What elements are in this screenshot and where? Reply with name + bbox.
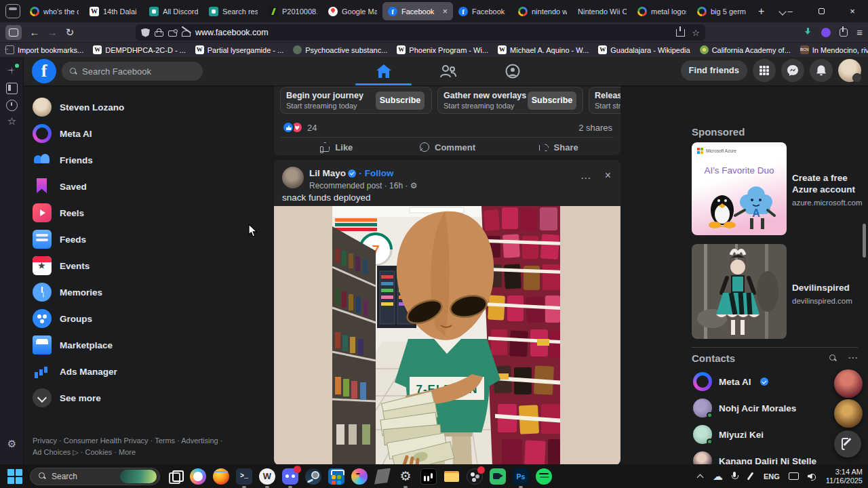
equalizer-app-button[interactable] xyxy=(420,468,437,485)
downloads-icon[interactable] xyxy=(804,28,812,37)
browser-tab[interactable]: P2010008.orf xyxy=(263,2,323,20)
volume-icon[interactable] xyxy=(808,472,817,481)
contact-row[interactable]: Kanang Daliri Ni Stelle xyxy=(693,448,852,464)
microsoft-store-button[interactable] xyxy=(328,468,344,485)
window-maximize-button[interactable] xyxy=(806,6,837,16)
tab-friends[interactable] xyxy=(416,57,480,85)
copilot-button[interactable] xyxy=(190,468,206,485)
profile-avatar[interactable] xyxy=(838,59,861,82)
steam-app-button[interactable] xyxy=(305,468,321,485)
sidebar-item-saved[interactable]: Saved xyxy=(27,174,248,199)
sponsored-ad-devilinspired-image[interactable] xyxy=(692,244,787,339)
bookmark-star-icon[interactable]: ☆ xyxy=(692,28,700,38)
tab-close-icon[interactable]: × xyxy=(442,6,448,16)
weather-cloud-icon[interactable]: ☁ xyxy=(713,470,723,483)
browser-tab[interactable]: All Discord se xyxy=(144,2,203,20)
browser-tab[interactable]: fFacebook xyxy=(453,2,513,20)
history-icon[interactable] xyxy=(6,100,18,111)
bookmark-item[interactable]: Import bookmarks... xyxy=(5,45,83,54)
photoshop-app-button[interactable]: Ps xyxy=(513,468,529,485)
notifications-blocked-icon[interactable] xyxy=(182,30,191,37)
browser-tab[interactable]: Nintendo Wii Con xyxy=(572,2,632,20)
contact-row[interactable]: Miyuzi Kei xyxy=(693,422,852,447)
facebook-footer-links[interactable]: Privacy · Consumer Health Privacy · Term… xyxy=(33,435,263,458)
sidebar-item-meta-ai[interactable]: Meta AI xyxy=(27,121,248,146)
sidebar-item-groups[interactable]: Groups xyxy=(27,306,248,331)
sidebar-item-feeds[interactable]: Feeds xyxy=(27,226,248,252)
subscription-card[interactable]: Begin your journey Start streaming today… xyxy=(280,87,432,114)
sidebar-item-reels[interactable]: Reels xyxy=(27,200,248,226)
sidebar-item-events[interactable]: Events xyxy=(27,253,248,279)
browser-tab-active-facebook[interactable]: fFacebook× xyxy=(382,2,453,20)
like-button[interactable]: Like xyxy=(281,140,392,155)
menu-grid-button[interactable] xyxy=(753,59,776,82)
facebook-search-input[interactable]: Search Facebook xyxy=(62,62,203,81)
ai-chat-icon[interactable] xyxy=(6,65,18,77)
find-friends-button[interactable]: Find friends xyxy=(681,60,747,81)
photos-app-button[interactable] xyxy=(351,468,368,485)
language-indicator[interactable]: ENG xyxy=(764,472,780,481)
gray-app-button[interactable] xyxy=(374,468,391,485)
subscribe-button[interactable]: Subscribe xyxy=(376,92,425,110)
sponsored-ad-devilinspired[interactable]: Devilinspired devilinspired.com xyxy=(792,282,863,307)
like-reaction-icon[interactable] xyxy=(282,121,294,134)
contact-row[interactable]: Nohj Acir Morales xyxy=(693,395,852,421)
post-author-avatar[interactable] xyxy=(282,167,304,188)
lock-icon[interactable] xyxy=(155,31,163,37)
forward-button[interactable]: → xyxy=(43,26,61,38)
share-count[interactable]: 2 shares xyxy=(578,123,612,133)
bookmark-item[interactable]: WMichael A. Aquino - W... xyxy=(498,45,589,54)
taskbar-search-input[interactable]: Search xyxy=(30,468,160,485)
bookmark-item[interactable]: California Academy of... xyxy=(700,45,791,54)
comment-button[interactable]: Comment xyxy=(392,140,503,155)
start-button[interactable] xyxy=(7,468,23,485)
browser-tab[interactable]: W14th Dalai La xyxy=(84,2,144,20)
ad-title[interactable]: Create a free Azure account xyxy=(792,172,863,195)
container-tab-icon[interactable] xyxy=(168,30,177,37)
browser-tab[interactable]: Search results xyxy=(203,2,263,20)
browser-tab[interactable]: nintendo wii xyxy=(513,2,572,20)
obs-app-button[interactable] xyxy=(467,468,483,485)
sidebar-toggle-button[interactable] xyxy=(5,25,22,40)
follow-link[interactable]: · Follow xyxy=(359,168,393,178)
footer-line[interactable]: Ad Choices ▷ · Cookies · More xyxy=(33,447,263,458)
reload-button[interactable]: ↻ xyxy=(61,26,79,39)
save-page-icon[interactable] xyxy=(676,29,685,37)
spotify-app-button[interactable] xyxy=(536,468,552,485)
url-text[interactable]: www.facebook.com xyxy=(195,28,671,37)
post-hide-icon[interactable]: × xyxy=(605,169,611,182)
share-icon[interactable] xyxy=(840,28,848,37)
sidebar-item-memories[interactable]: Memories xyxy=(27,279,248,305)
subscription-card[interactable]: Release y Start strea xyxy=(589,87,620,114)
bookmarks-icon[interactable]: ☆ xyxy=(6,115,18,127)
sidebar-item-friends[interactable]: Friends xyxy=(27,147,248,173)
firefox-app-button[interactable] xyxy=(213,468,229,485)
synced-tabs-icon[interactable] xyxy=(6,83,18,94)
sidebar-item-see-more[interactable]: See more xyxy=(27,385,248,411)
browser-tab[interactable]: metal logos xyxy=(632,2,692,20)
browser-tab[interactable]: who's the dal xyxy=(24,2,84,20)
contacts-menu-icon[interactable]: ⋯ xyxy=(848,354,858,362)
settings-app-button[interactable]: ⚙ xyxy=(397,468,414,485)
bookmark-item[interactable]: Psychoactive substanc... xyxy=(293,45,387,54)
post-author-name[interactable]: Lil Mayo xyxy=(309,168,346,178)
terminal-app-button[interactable]: >_ xyxy=(236,468,252,485)
discord-app-button[interactable] xyxy=(282,468,298,485)
new-tab-button[interactable]: + xyxy=(758,5,764,18)
file-explorer-button[interactable] xyxy=(443,468,460,485)
account-icon[interactable] xyxy=(821,28,831,37)
bookmark-item[interactable]: WDEMPDHPCA-2C-D - ... xyxy=(93,45,186,54)
page-scrollbar[interactable] xyxy=(863,224,866,258)
post-photo-alien-store[interactable]: 7 xyxy=(274,206,620,464)
notifications-button[interactable] xyxy=(810,59,833,82)
window-close-button[interactable]: × xyxy=(837,6,868,16)
window-minimize-button[interactable]: – xyxy=(774,6,806,16)
pen-tray-icon[interactable] xyxy=(746,472,755,481)
ad-title[interactable]: Devilinspired xyxy=(792,282,863,293)
subscription-card[interactable]: Gather new overlays Start streaming toda… xyxy=(437,87,583,114)
w-app-button[interactable]: W xyxy=(259,468,275,485)
subscribe-button[interactable]: Subscribe xyxy=(528,92,576,110)
share-button[interactable]: Share xyxy=(502,140,614,155)
firefox-view-icon[interactable] xyxy=(5,4,20,18)
bookmark-item[interactable]: WPhoenix Program - Wi... xyxy=(397,45,488,54)
